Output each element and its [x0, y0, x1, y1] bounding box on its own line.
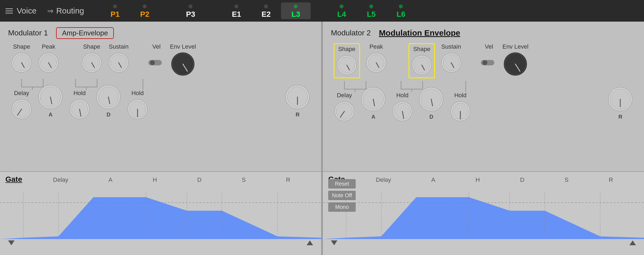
- panel2-a-knob[interactable]: [361, 86, 386, 112]
- svg-point-13: [150, 60, 155, 65]
- panel1-shape2-group: Shape: [81, 43, 102, 73]
- panel1-d-group: D: [96, 84, 121, 118]
- panel2-shape2-label: Shape: [413, 46, 430, 53]
- panel1-shape1-group: Shape: [11, 43, 32, 73]
- header-tabs: ⊕ P1 ⊕ P2 ⊕ P3 ⊕ E1 ⊕ E2 ⊕ L3: [100, 2, 639, 19]
- panel1-sustain-knob[interactable]: [108, 52, 129, 73]
- panel2-env-level-knob[interactable]: [503, 52, 527, 76]
- panel2-hold2-label: Hold: [454, 92, 466, 99]
- tab-L3[interactable]: ⊕ L3: [281, 2, 311, 19]
- panel2-vel-toggle[interactable]: [481, 59, 497, 67]
- panel1-top-knobs: Shape Peak Shape: [8, 43, 313, 76]
- panel1-env-level-label: Env Level: [170, 43, 196, 50]
- reset-button[interactable]: Reset: [328, 179, 356, 189]
- panel2-arrow-right: [629, 240, 636, 245]
- tab-L6[interactable]: ⊕ L6: [386, 3, 416, 19]
- tab-label-L6: L6: [396, 10, 405, 19]
- panel1-arrow-right: [307, 240, 313, 245]
- tab-P2[interactable]: ⊕ P2: [130, 3, 160, 19]
- tab-E1[interactable]: ⊕ E1: [222, 3, 251, 19]
- panel1-shape2-knob[interactable]: [81, 52, 102, 73]
- panel2-shape2-knob[interactable]: [411, 54, 433, 76]
- routing-section[interactable]: ⇒ Routing: [47, 6, 84, 15]
- panel1-env-level-knob[interactable]: [171, 52, 195, 76]
- panel1-hold1-knob[interactable]: [69, 98, 90, 120]
- panel2-delay-label: Delay: [337, 92, 352, 99]
- panel1-hold2-knob[interactable]: [127, 98, 148, 120]
- panel2-a-group: A: [361, 86, 386, 120]
- tab-label-P1: P1: [111, 10, 120, 19]
- panel1-delay-knob[interactable]: [11, 98, 32, 120]
- panel2-env-h-label: H: [475, 176, 480, 183]
- panel2-envelope-header: Gate Delay A H D S R: [323, 172, 644, 184]
- panel1-a-knob[interactable]: [38, 84, 63, 110]
- tab-P1[interactable]: ⊕ P1: [100, 3, 130, 19]
- panel2-hold2-knob[interactable]: [450, 100, 471, 122]
- panel2-r-sublabel: R: [618, 114, 622, 120]
- panel1-r-sublabel: R: [296, 112, 299, 118]
- panel2-env-delay-label: Delay: [376, 176, 391, 183]
- panel2-sustain-knob[interactable]: [440, 52, 462, 73]
- mono-button[interactable]: Mono: [328, 202, 356, 212]
- move-icon-L4: ⊕: [339, 3, 344, 9]
- tab-label-L5: L5: [367, 10, 376, 19]
- tab-label-L3: L3: [291, 10, 300, 19]
- panel2-sustain-group: Sustain: [440, 43, 462, 73]
- panel-modulator-1: Modulator 1 Amp-Envelope Shape Peak: [0, 22, 322, 255]
- panel2-d-sublabel: D: [429, 114, 433, 120]
- move-icon-E1: ⊕: [234, 3, 239, 9]
- panel1-peak-knob[interactable]: [38, 52, 59, 73]
- panel2-shape1-knob[interactable]: [336, 54, 358, 76]
- panel2-peak-group: Peak: [365, 43, 387, 73]
- tab-label-E1: E1: [232, 10, 241, 19]
- panel2-shape1-label: Shape: [338, 46, 355, 53]
- modulator1-title: Modulator 1: [8, 29, 48, 37]
- panel1-envelope-area: Gate Delay A H D S R: [0, 171, 321, 255]
- tab-E2[interactable]: ⊕ E2: [251, 3, 281, 19]
- panel2-hold1-group: Hold: [392, 92, 413, 122]
- panel2-env-a-label: A: [431, 176, 435, 183]
- tab-P3[interactable]: ⊕ P3: [176, 3, 205, 19]
- panel1-env-h-label: H: [153, 176, 157, 183]
- panel1-bottom-knobs: Delay A Hold: [8, 90, 313, 122]
- tab-label-L4: L4: [337, 10, 346, 19]
- panel1-env-delay-label: Delay: [53, 176, 68, 183]
- panel2-r-knob[interactable]: [608, 86, 633, 112]
- panel1-shape1-knob[interactable]: [11, 52, 32, 73]
- panel1-env-r-label: R: [286, 176, 290, 183]
- amp-envelope-button[interactable]: Amp-Envelope: [56, 27, 114, 39]
- panel2-d-knob[interactable]: [419, 86, 444, 112]
- panel2-peak-knob[interactable]: [365, 52, 387, 73]
- panel2-delay-knob[interactable]: [334, 100, 355, 122]
- move-icon-L6: ⊕: [399, 3, 403, 9]
- panel1-header: Modulator 1 Amp-Envelope: [8, 27, 313, 39]
- header-left: Voice: [5, 6, 44, 15]
- move-icon-E2: ⊕: [264, 3, 268, 9]
- panel2-vel-label: Vel: [485, 43, 493, 50]
- hamburger-menu[interactable]: [5, 8, 13, 14]
- panel1-d-knob[interactable]: [96, 84, 121, 110]
- panel1-delay-group: Delay: [11, 90, 32, 122]
- panel2-a-sublabel: A: [371, 114, 375, 120]
- panel2-d-group: D: [419, 86, 444, 120]
- tab-L4[interactable]: ⊕ L4: [327, 3, 357, 19]
- panel1-hold2-label: Hold: [131, 90, 143, 97]
- panel1-vel-toggle[interactable]: [148, 59, 165, 67]
- tab-label-P2: P2: [140, 10, 149, 19]
- panel2-arrow-left: [331, 240, 337, 245]
- panel1-bottom-arrows: [0, 240, 321, 245]
- panel1-r-knob[interactable]: [285, 84, 310, 110]
- voice-label: Voice: [17, 6, 36, 15]
- move-icon-P1: ⊕: [113, 3, 117, 9]
- panel1-envelope-header: Gate Delay A H D S R: [0, 172, 321, 184]
- panel2-hold1-knob[interactable]: [392, 100, 413, 122]
- tab-label-P3: P3: [186, 10, 195, 19]
- panel1-env-level-group: Env Level: [170, 43, 196, 76]
- panel2-top-knobs: Shape Peak Shape: [331, 43, 636, 78]
- panel1-sustain-group: Sustain: [108, 43, 129, 73]
- main-content: Modulator 1 Amp-Envelope Shape Peak: [0, 22, 644, 255]
- tab-L5[interactable]: ⊕ L5: [357, 3, 386, 19]
- note-off-button[interactable]: Note Off: [328, 191, 356, 200]
- mod-envelope-title: Modulation Envelope: [379, 28, 460, 38]
- panel1-arrow-left: [8, 240, 15, 245]
